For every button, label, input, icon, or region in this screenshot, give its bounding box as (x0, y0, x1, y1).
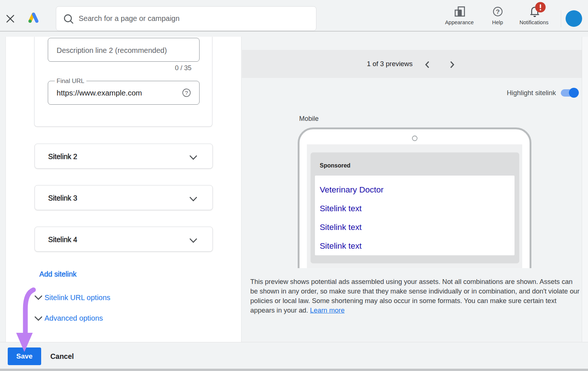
svg-text:?: ? (185, 90, 188, 96)
svg-text:?: ? (496, 8, 499, 15)
